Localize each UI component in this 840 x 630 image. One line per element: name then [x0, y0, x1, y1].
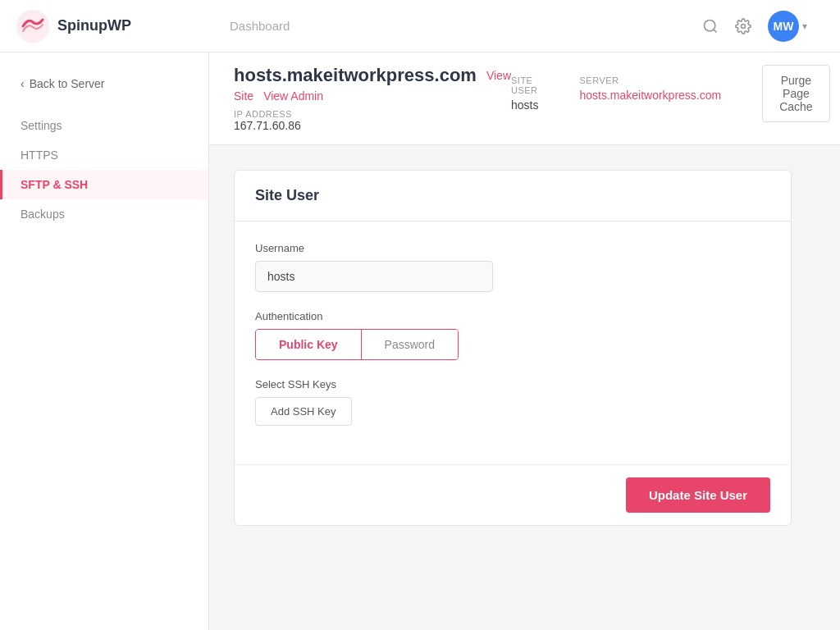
card-body: Username Authentication Public Key Passw… [235, 221, 791, 464]
username-input[interactable] [255, 261, 493, 292]
server-label: SERVER [579, 75, 721, 85]
gear-icon [735, 18, 751, 34]
search-button[interactable] [702, 18, 719, 34]
password-toggle[interactable]: Password [362, 330, 458, 359]
sidebar-item-label: Backups [21, 208, 65, 221]
site-links-row: Site View Admin [234, 89, 511, 103]
sidebar-item-https[interactable]: HTTPS [0, 140, 208, 170]
settings-button[interactable] [735, 18, 751, 34]
sidebar-item-label: HTTPS [21, 148, 58, 162]
logo-text: SpinupWP [57, 17, 131, 34]
site-user-value: hosts [511, 98, 538, 112]
logo-area: SpinupWP [16, 10, 213, 43]
page-content: Site User Username Authentication Public… [209, 145, 840, 630]
site-title-row: hosts.makeitworkpress.com View [234, 65, 511, 86]
svg-line-2 [714, 29, 717, 32]
view-admin-link[interactable]: View Admin [263, 89, 323, 103]
sidebar-item-sftp-ssh[interactable]: SFTP & SSH [0, 170, 208, 199]
avatar: MW [768, 11, 799, 42]
main-content: hosts.makeitworkpress.com View Site View… [209, 52, 840, 630]
update-site-user-button[interactable]: Update Site User [626, 477, 770, 513]
top-navigation: SpinupWP Dashboard MW ▾ [0, 0, 840, 52]
site-user-label: SITE USER [511, 75, 538, 95]
ssh-keys-group: Select SSH Keys Add SSH Key [255, 378, 770, 426]
view-site-link[interactable]: View [486, 69, 511, 82]
public-key-toggle[interactable]: Public Key [256, 330, 362, 359]
site-title: hosts.makeitworkpress.com [234, 65, 477, 86]
svg-point-3 [742, 24, 746, 28]
back-to-server-link[interactable]: ‹ Back to Server [0, 69, 208, 98]
svg-point-1 [705, 20, 715, 30]
auth-label: Authentication [255, 310, 770, 322]
sidebar: ‹ Back to Server Settings HTTPS SFTP & S… [0, 52, 209, 630]
search-area[interactable]: Dashboard [213, 19, 702, 33]
search-placeholder: Dashboard [230, 19, 290, 33]
username-label: Username [255, 242, 770, 254]
site-header-left: hosts.makeitworkpress.com View Site View… [234, 65, 511, 132]
chevron-down-icon: ▾ [802, 21, 807, 32]
ip-value: 167.71.60.86 [234, 119, 511, 132]
username-group: Username [255, 242, 770, 292]
site-header-right: SITE USER hosts SERVER hosts.makeitworkp… [511, 65, 830, 122]
site-user-card: Site User Username Authentication Public… [234, 170, 792, 526]
back-label: Back to Server [30, 77, 105, 90]
add-ssh-key-button[interactable]: Add SSH Key [255, 397, 352, 426]
purge-cache-button[interactable]: Purge Page Cache [762, 65, 829, 122]
main-layout: ‹ Back to Server Settings HTTPS SFTP & S… [0, 52, 840, 630]
card-title: Site User [255, 187, 770, 204]
card-header: Site User [235, 171, 791, 221]
spinupwp-logo-icon [16, 10, 49, 43]
ssh-keys-label: Select SSH Keys [255, 378, 770, 390]
site-user-meta: SITE USER hosts [511, 75, 538, 112]
server-meta: SERVER hosts.makeitworkpress.com [579, 75, 721, 102]
authentication-group: Authentication Public Key Password [255, 310, 770, 360]
site-meta: SITE USER hosts SERVER hosts.makeitworkp… [511, 75, 721, 112]
sidebar-item-label: SFTP & SSH [21, 178, 88, 191]
ip-block: IP ADDRESS 167.71.60.86 [234, 109, 511, 132]
topnav-actions: MW ▾ [702, 11, 824, 42]
card-footer: Update Site User [235, 464, 791, 525]
search-icon [702, 18, 719, 34]
server-value[interactable]: hosts.makeitworkpress.com [579, 89, 721, 102]
sidebar-item-backups[interactable]: Backups [0, 199, 208, 229]
site-link[interactable]: Site [234, 89, 253, 103]
auth-toggle-group: Public Key Password [255, 329, 459, 360]
sidebar-item-settings[interactable]: Settings [0, 111, 208, 140]
sidebar-item-label: Settings [21, 119, 62, 132]
user-avatar-dropdown[interactable]: MW ▾ [768, 11, 807, 42]
back-arrow-icon: ‹ [21, 77, 25, 90]
ip-label: IP ADDRESS [234, 109, 511, 119]
site-header: hosts.makeitworkpress.com View Site View… [209, 52, 840, 145]
